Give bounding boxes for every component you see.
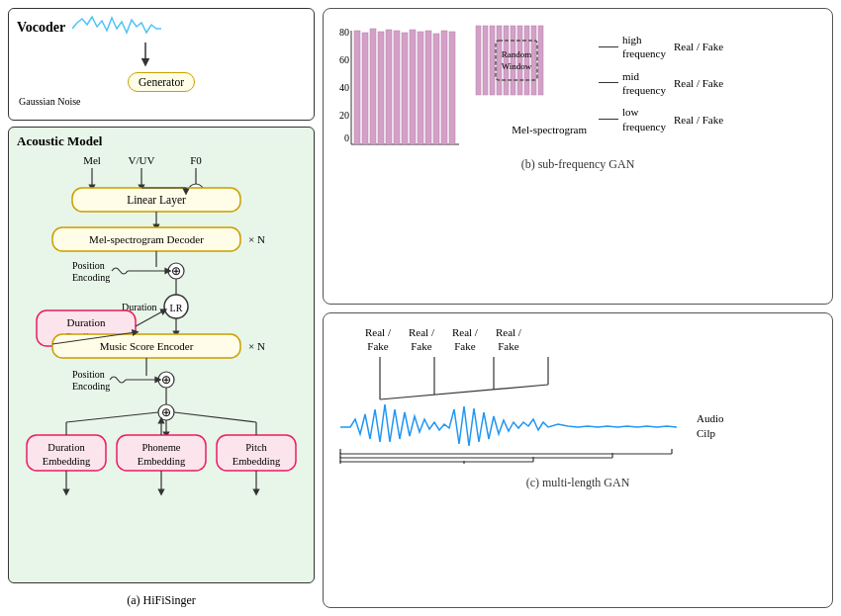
svg-text:Window: Window (502, 61, 532, 71)
svg-rect-79 (394, 31, 400, 144)
sfgan-panel: 80 60 40 20 0 (323, 8, 833, 305)
svg-text:Audio: Audio (697, 412, 724, 424)
low-freq-label: low (622, 105, 666, 119)
svg-text:80: 80 (339, 27, 349, 38)
svg-text:Cilp: Cilp (697, 427, 715, 439)
svg-text:20: 20 (339, 110, 349, 121)
audio-clip-diagram: Audio Cilp (335, 355, 761, 464)
svg-text:Music Score Encoder: Music Score Encoder (100, 340, 194, 352)
svg-text:Pitch: Pitch (245, 442, 267, 453)
multigan-caption: (c) multi-length GAN (331, 476, 824, 490)
svg-text:Embedding: Embedding (43, 456, 91, 467)
main-container: Vocoder (0, 0, 841, 616)
svg-text:Random: Random (502, 49, 532, 59)
sfgan-bars: 80 60 40 20 0 (335, 21, 464, 149)
rf-label-1: Real /Fake (365, 325, 391, 354)
svg-text:Encoding: Encoding (72, 272, 110, 283)
svg-rect-95 (531, 26, 536, 95)
svg-rect-96 (538, 26, 543, 95)
svg-text:× N: × N (248, 233, 265, 245)
gaussian-label: Gaussian Noise (19, 96, 81, 108)
svg-text:× N: × N (248, 340, 265, 352)
acoustic-model-title: Acoustic Model (17, 133, 306, 150)
acoustic-model-box: Acoustic Model Mel V/UV F0 (8, 127, 315, 583)
svg-text:V/UV: V/UV (129, 154, 155, 166)
sfgan-caption: (b) sub-frequency GAN (331, 157, 824, 172)
mid-freq-label: mid (622, 69, 666, 83)
svg-line-104 (380, 385, 548, 399)
svg-line-30 (136, 310, 164, 326)
svg-rect-86 (449, 32, 455, 144)
svg-text:⊕: ⊕ (161, 405, 171, 419)
svg-text:F0: F0 (190, 154, 202, 166)
svg-rect-84 (433, 34, 439, 144)
waveform-icon (72, 15, 161, 43)
real-fake-3: Real / Fake (674, 114, 723, 126)
svg-rect-105 (340, 402, 677, 452)
svg-rect-89 (490, 26, 495, 95)
right-panels: 80 60 40 20 0 (323, 8, 833, 608)
svg-line-54 (66, 412, 158, 422)
svg-rect-78 (386, 30, 392, 144)
svg-text:40: 40 (339, 82, 349, 93)
svg-text:⊕: ⊕ (171, 264, 181, 278)
svg-text:Position: Position (72, 260, 105, 271)
svg-rect-85 (441, 31, 447, 144)
rf-label-2: Real /Fake (409, 325, 434, 354)
svg-text:Duration: Duration (47, 442, 85, 453)
real-fake-1: Real / Fake (674, 41, 723, 52)
vocoder-title: Vocoder (17, 20, 65, 35)
rf-label-4: Real /Fake (496, 325, 521, 354)
left-panel: Vocoder (8, 8, 315, 608)
svg-rect-81 (410, 30, 416, 144)
svg-rect-93 (517, 26, 522, 95)
multigan-panel: Real /Fake Real /Fake Real /Fake Real /F… (323, 312, 833, 609)
svg-text:0: 0 (344, 132, 349, 143)
rf-label-3: Real /Fake (452, 325, 478, 354)
caption-a: (a) HiFiSinger (8, 593, 315, 608)
svg-rect-80 (402, 33, 408, 144)
svg-text:Position: Position (72, 369, 105, 380)
random-window-diagram: Random Window (472, 21, 591, 120)
acoustic-diagram: Mel V/UV F0 ⊕ Linear Layer (23, 150, 300, 536)
svg-rect-75 (362, 33, 368, 144)
svg-rect-94 (524, 26, 529, 95)
svg-text:Embedding: Embedding (233, 456, 281, 467)
svg-rect-76 (370, 29, 376, 144)
svg-rect-87 (476, 26, 481, 95)
mel-spectrogram-label: Mel-spectrogram (472, 124, 591, 135)
vocoder-box: Vocoder (8, 8, 315, 121)
svg-text:⊕: ⊕ (161, 373, 171, 387)
svg-rect-82 (418, 32, 423, 144)
svg-rect-77 (378, 32, 384, 144)
svg-text:Mel: Mel (83, 154, 101, 166)
top-row: Vocoder (8, 8, 833, 608)
real-fake-2: Real / Fake (674, 77, 723, 89)
svg-rect-90 (497, 26, 502, 95)
svg-rect-97 (496, 41, 537, 80)
vocoder-arrow (17, 43, 294, 70)
svg-text:Phoneme: Phoneme (141, 442, 180, 453)
svg-rect-92 (511, 26, 515, 95)
svg-rect-88 (483, 26, 488, 95)
svg-text:Mel-spectrogram Decoder: Mel-spectrogram Decoder (89, 233, 204, 245)
high-freq-label: high (622, 33, 666, 46)
svg-rect-91 (504, 26, 509, 95)
generator-box: Generator (128, 72, 195, 92)
svg-line-57 (174, 412, 256, 422)
svg-rect-83 (425, 31, 431, 144)
svg-text:LR: LR (170, 303, 183, 313)
svg-text:Embedding: Embedding (138, 456, 186, 467)
svg-text:Linear Layer: Linear Layer (127, 194, 186, 207)
svg-text:Duration: Duration (66, 316, 106, 328)
svg-text:Encoding: Encoding (72, 381, 110, 392)
svg-text:60: 60 (339, 54, 349, 65)
svg-rect-74 (354, 31, 360, 144)
